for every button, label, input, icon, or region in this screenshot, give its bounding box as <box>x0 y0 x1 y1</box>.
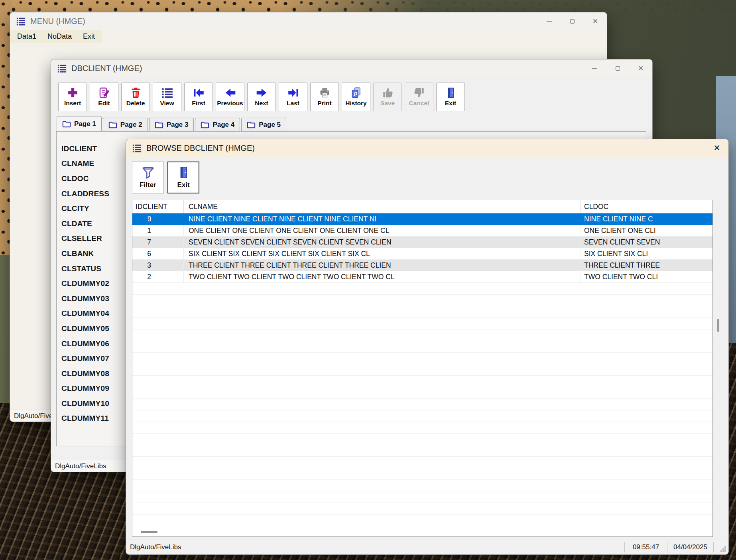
menu-item-exit[interactable]: Exit <box>77 30 100 43</box>
insert-button[interactable]: Insert <box>58 83 87 111</box>
view-button[interactable]: View <box>153 83 181 111</box>
menu-item-nodata[interactable]: NoData <box>42 30 77 43</box>
vertical-scrollbar-thumb[interactable] <box>717 319 719 332</box>
close-icon: ✕ <box>592 17 598 26</box>
button-label: View <box>160 100 174 107</box>
maximize-button[interactable] <box>606 59 629 77</box>
field-label: CLDUMMY10 <box>61 399 109 408</box>
grid-row-selected[interactable]: 9 NINE CLIENT NINE CLIENT NINE CLIENT NI… <box>132 213 712 225</box>
minimize-button[interactable] <box>537 12 561 30</box>
field-label: CLDUMMY02 <box>61 279 109 288</box>
delete-button[interactable]: Delete <box>121 83 150 111</box>
menu-window-titlebar[interactable]: MENU (HMGE) ✕ <box>10 12 607 30</box>
field-label: CLDUMMY07 <box>61 354 109 363</box>
door-icon <box>177 166 190 179</box>
grid-cell-name: TWO CLIENT TWO CLIENT TWO CLIENT TWO CLI… <box>184 271 581 282</box>
menu-bar: Data1 NoData Exit <box>10 30 607 43</box>
previous-button[interactable]: Previous <box>216 83 244 111</box>
tab-page-3[interactable]: Page 3 <box>149 118 194 131</box>
last-icon <box>287 87 299 99</box>
tab-page-5[interactable]: Page 5 <box>241 118 286 131</box>
resize-grip[interactable] <box>720 546 726 552</box>
field-label: CLDATE <box>61 219 92 228</box>
button-label: Print <box>317 100 331 107</box>
grid-cell-name: SEVEN CLIENT SEVEN CLIENT SEVEN CLIENT S… <box>184 237 581 248</box>
grid-row[interactable]: 7 SEVEN CLIENT SEVEN CLIENT SEVEN CLIENT… <box>132 237 712 248</box>
field-label: CLNAME <box>61 159 94 168</box>
page-tabs: Page 1 Page 2 Page 3 Page 4 Page 5 <box>51 111 652 131</box>
history-icon <box>350 87 362 99</box>
browse-exit-button[interactable]: Exit <box>167 162 199 193</box>
grid-cell-id: 7 <box>132 237 184 248</box>
dbclient-toolbar: Insert Edit Delete View First Previous <box>51 77 652 111</box>
door-icon <box>445 87 457 99</box>
close-icon: ✕ <box>638 64 644 73</box>
browse-window-statusbar: DlgAuto/FiveLibs 09:55:47 04/04/2025 <box>126 540 728 554</box>
first-button[interactable]: First <box>184 83 213 111</box>
grid-row[interactable]: 6 SIX CLIENT SIX CLIENT SIX CLIENT SIX C… <box>132 248 712 260</box>
field-label: CLDUMMY05 <box>61 324 109 333</box>
grid-row[interactable]: 2 TWO CLIENT TWO CLIENT TWO CLIENT TWO C… <box>132 271 712 283</box>
arrow-right-icon <box>256 87 268 99</box>
maximize-button[interactable] <box>561 12 584 30</box>
tab-label: Page 4 <box>213 121 234 129</box>
grid-cell-name: ONE CLIENT ONE CLIENT ONE CLIENT ONE CLI… <box>184 225 581 236</box>
browse-toolbar: Filter Exit <box>132 162 199 193</box>
field-label: CLSTATUS <box>61 264 101 273</box>
button-label: Delete <box>126 100 145 107</box>
menu-item-data1[interactable]: Data1 <box>12 30 42 43</box>
minimize-icon <box>592 68 597 69</box>
maximize-icon <box>570 19 575 24</box>
grid-cell-name: SIX CLIENT SIX CLIENT SIX CLIENT SIX CLI… <box>184 248 581 259</box>
field-label: CLDOC <box>61 174 89 183</box>
statusbar-text: DlgAuto/FiveLibs <box>130 540 181 554</box>
tab-page-2[interactable]: Page 2 <box>103 118 148 131</box>
menu-bar-items: Data1 NoData Exit <box>10 30 102 43</box>
field-label: CLDUMMY06 <box>61 339 109 348</box>
thumb-up-icon <box>382 87 394 99</box>
column-header-cldoc[interactable]: CLDOC <box>581 200 712 213</box>
tab-page-4[interactable]: Page 4 <box>195 118 240 131</box>
minimize-button[interactable] <box>583 59 606 77</box>
column-header-clname[interactable]: CLNAME <box>184 200 581 213</box>
statusbar-date: 04/04/2025 <box>667 540 713 554</box>
last-button[interactable]: Last <box>279 83 307 111</box>
close-icon: ✕ <box>713 143 720 153</box>
plus-icon <box>67 87 79 99</box>
tab-page-1[interactable]: Page 1 <box>57 116 102 131</box>
close-button[interactable]: ✕ <box>584 12 607 30</box>
desktop: MENU (HMGE) ✕ Data1 NoData Exit DlgAuto/… <box>0 0 736 560</box>
filter-button[interactable]: Filter <box>132 162 164 193</box>
edit-button[interactable]: Edit <box>90 83 118 111</box>
button-label: Last <box>287 100 299 107</box>
statusbar-clock: 09:55:47 <box>625 540 667 554</box>
button-label: Insert <box>64 100 81 107</box>
field-label: CLDUMMY04 <box>61 309 109 318</box>
app-list-icon <box>16 17 26 26</box>
exit-button[interactable]: Exit <box>436 83 465 111</box>
grid-row[interactable]: 1 ONE CLIENT ONE CLIENT ONE CLIENT ONE C… <box>132 225 712 237</box>
folder-icon <box>201 121 209 128</box>
column-header-idclient[interactable]: IDCLIENT <box>132 200 184 213</box>
wallpaper-leopard-fur <box>0 0 736 14</box>
close-button[interactable]: ✕ <box>629 59 652 77</box>
horizontal-scrollbar-thumb[interactable] <box>141 531 157 533</box>
button-label: Cancel <box>409 100 429 107</box>
grid-cell-id: 1 <box>132 225 184 236</box>
grid-cell-doc: SIX CLIENT SIX CLI <box>581 248 712 259</box>
close-button[interactable]: ✕ <box>705 139 728 157</box>
window-controls: ✕ <box>705 139 728 157</box>
field-label: IDCLIENT <box>61 144 97 153</box>
print-button[interactable]: Print <box>310 83 339 111</box>
dbclient-window-title: DBCLIENT (HMGE) <box>71 64 142 73</box>
grid-header: IDCLIENT CLNAME CLDOC <box>132 200 712 213</box>
browse-window-title: BROWSE DBCLIENT (HMGE) <box>146 144 255 153</box>
next-button[interactable]: Next <box>247 83 276 111</box>
history-button[interactable]: History <box>342 83 370 111</box>
grid-cell-id: 6 <box>132 248 184 259</box>
dbclient-window-titlebar[interactable]: DBCLIENT (HMGE) ✕ <box>51 59 652 77</box>
grid-cell-doc: NINE CLIENT NINE C <box>581 213 712 225</box>
button-label: First <box>192 100 205 107</box>
grid-row[interactable]: 3 THREE CLIENT THREE CLIENT THREE CLIENT… <box>132 260 712 271</box>
browse-window-titlebar[interactable]: BROWSE DBCLIENT (HMGE) ✕ <box>126 139 728 157</box>
